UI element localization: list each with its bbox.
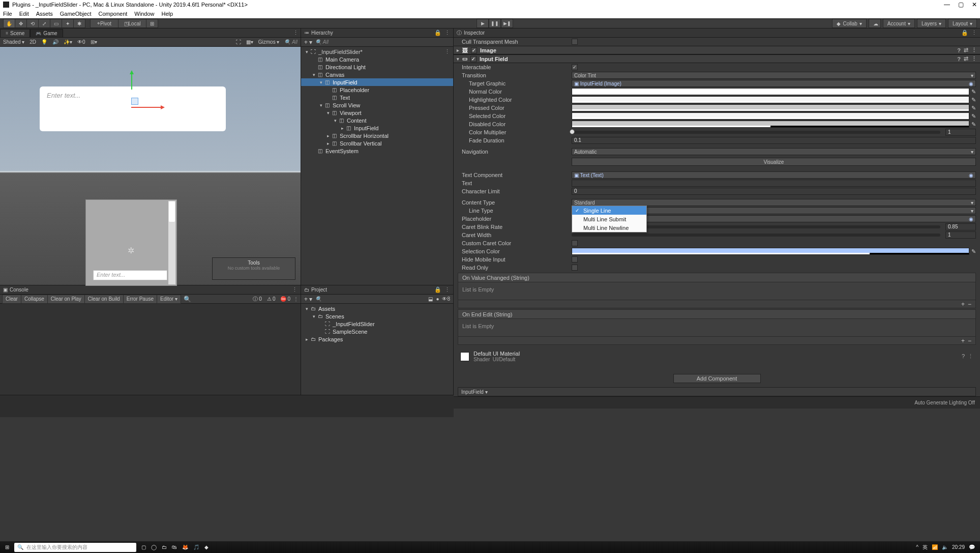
project-item[interactable]: ▸🗀Packages xyxy=(301,335,453,343)
close-button[interactable]: ✕ xyxy=(972,1,977,8)
menu-icon[interactable]: ⋮ xyxy=(971,47,977,53)
scale-tool-button[interactable]: ⤢ xyxy=(38,19,50,28)
volume-icon[interactable]: 🔈 xyxy=(942,544,948,550)
evt-remove-button[interactable]: − xyxy=(968,337,971,344)
filter-type-icon[interactable]: ● xyxy=(436,296,439,302)
hierarchy-item[interactable]: ▾◫Content xyxy=(301,117,453,124)
hierarchy-item[interactable]: ▾⛶_InputFieldSlider*⋮ xyxy=(301,48,453,55)
menu-file[interactable]: File xyxy=(3,11,12,17)
menu-edit[interactable]: Edit xyxy=(19,11,29,17)
music-icon[interactable]: 🎵 xyxy=(193,544,199,550)
audio-toggle[interactable]: 🔊 xyxy=(52,39,58,45)
tab-context-icon[interactable]: ⋮ xyxy=(293,30,299,36)
caret-width-slider[interactable] xyxy=(572,234,940,237)
hierarchy-item[interactable]: ▾◫Scroll View xyxy=(301,101,453,109)
create-dropdown[interactable]: + ▾ xyxy=(304,39,312,46)
os-search[interactable]: 🔍 在这里输入你要搜索的内容 xyxy=(14,543,136,552)
lock-icon[interactable]: 🔒 xyxy=(961,30,968,36)
hidden-count[interactable]: 👁8 xyxy=(442,296,450,302)
rect-tool-button[interactable]: ▭ xyxy=(50,19,62,28)
project-item[interactable]: ⛶_InputFieldSlider xyxy=(301,320,453,328)
warn-count[interactable]: ⚠0 xyxy=(265,296,278,302)
line-type-option-single[interactable]: Single Line xyxy=(572,206,646,215)
hierarchy-item[interactable]: ▾◫InputField xyxy=(301,78,453,86)
visualize-button[interactable]: Visualize xyxy=(572,158,976,166)
console-collapse[interactable]: Collapse xyxy=(21,295,48,304)
layout-dropdown[interactable]: Layout ▾ xyxy=(948,19,977,28)
layers-dropdown[interactable]: Layers ▾ xyxy=(917,19,946,28)
tray-chevron-icon[interactable]: ^ xyxy=(916,544,918,550)
hierarchy-item[interactable]: ▸◫Scrollbar Vertical xyxy=(301,139,453,147)
menu-component[interactable]: Component xyxy=(98,11,127,17)
hierarchy-item[interactable]: ▸◫Scrollbar Horizontal xyxy=(301,132,453,139)
disabled-color-swatch[interactable] xyxy=(572,121,969,128)
create-dropdown[interactable]: + ▾ xyxy=(304,296,312,303)
transition-dropdown[interactable]: Color Tint▾ xyxy=(572,72,976,79)
taskview-icon[interactable]: ▢ xyxy=(141,544,146,550)
console-editor[interactable]: Editor ▾ xyxy=(157,295,181,304)
caret-blink-value[interactable]: 0.85 xyxy=(945,223,976,230)
panel-menu-icon[interactable]: ⋮ xyxy=(292,286,298,293)
console-clearplay[interactable]: Clear on Play xyxy=(47,295,85,304)
console-search[interactable]: 🔍 xyxy=(181,295,194,304)
inputfield-component-header[interactable]: ▾▭✓Input Field ?⇄⋮ xyxy=(454,54,980,63)
help-icon[interactable]: ? xyxy=(962,353,965,360)
project-item[interactable]: ⛶SampleScene xyxy=(301,328,453,335)
hierarchy-item[interactable]: ▸◫InputField xyxy=(301,124,453,132)
ime-icon[interactable]: 英 xyxy=(923,544,928,551)
preset-icon[interactable]: ⇄ xyxy=(964,47,968,53)
eyedropper-icon[interactable]: ✎ xyxy=(971,248,976,255)
notifications-icon[interactable]: 💬 xyxy=(969,544,975,550)
normal-color-swatch[interactable] xyxy=(572,88,969,95)
caret-width-value[interactable]: 1 xyxy=(945,231,976,239)
target-graphic-field[interactable]: ▣ InputField (Image)◉ xyxy=(572,80,976,87)
project-search[interactable]: 🔍 xyxy=(315,296,425,302)
evt-remove-button[interactable]: − xyxy=(968,301,971,308)
search-all[interactable]: 🔍 All xyxy=(284,39,298,45)
menu-help[interactable]: Help xyxy=(161,11,173,17)
shading-dropdown[interactable]: Shaded ▾ xyxy=(3,39,24,45)
explorer-icon[interactable]: 🗀 xyxy=(162,544,167,550)
network-icon[interactable]: 📶 xyxy=(932,544,938,550)
gizmos-dropdown[interactable]: Gizmos ▾ xyxy=(258,39,280,45)
panel-menu-icon[interactable]: ⋮ xyxy=(971,30,977,36)
project-item[interactable]: ▾🗀Assets xyxy=(301,305,453,312)
pause-button[interactable]: ❚❚ xyxy=(489,19,501,28)
pivot-toggle[interactable]: ⌖ Pivot xyxy=(90,19,118,28)
filter-icon[interactable]: ⬓ xyxy=(428,296,433,302)
maximize-button[interactable]: ▢ xyxy=(958,1,964,8)
play-button[interactable]: ▶ xyxy=(477,19,489,28)
firefox-icon[interactable]: 🦊 xyxy=(182,544,188,550)
color-mult-value[interactable]: 1 xyxy=(945,129,976,136)
hand-tool-button[interactable]: ✋ xyxy=(3,19,15,28)
menu-icon[interactable]: ⋮ xyxy=(971,55,977,62)
cull-mesh-checkbox[interactable] xyxy=(572,39,578,45)
console-clear[interactable]: Clear xyxy=(2,295,21,304)
hierarchy-search[interactable]: 🔍 All xyxy=(315,39,450,45)
selection-color-swatch[interactable] xyxy=(572,248,969,255)
eyedropper-icon[interactable]: ✎ xyxy=(971,89,976,95)
transform-tool-button[interactable]: ✦ xyxy=(62,19,74,28)
eyedropper-icon[interactable]: ✎ xyxy=(971,97,976,103)
rotate-tool-button[interactable]: ⟲ xyxy=(26,19,39,28)
text-comp-field[interactable]: ▣ Text (Text)◉ xyxy=(572,171,976,179)
navigation-dropdown[interactable]: Automatic▾ xyxy=(572,148,976,155)
menu-window[interactable]: Window xyxy=(134,11,154,17)
evt-add-button[interactable]: + xyxy=(961,337,965,344)
err-count[interactable]: ⛔0 xyxy=(278,296,292,302)
char-limit-field[interactable]: 0 xyxy=(572,188,976,195)
text-field[interactable] xyxy=(572,180,976,187)
evt-add-button[interactable]: + xyxy=(961,301,965,308)
custom-tool-button[interactable]: ✱ xyxy=(73,19,85,28)
local-toggle[interactable]: ◳ Local xyxy=(118,19,146,28)
console-clearbuild[interactable]: Clear on Build xyxy=(84,295,124,304)
selected-color-swatch[interactable] xyxy=(572,112,969,120)
visibility-toggle[interactable]: 👁0 xyxy=(77,39,85,45)
line-type-option-multinewline[interactable]: Multi Line Newline xyxy=(572,223,646,232)
unity-task-icon[interactable]: ◆ xyxy=(204,544,209,550)
eyedropper-icon[interactable]: ✎ xyxy=(971,121,976,128)
menu-icon[interactable]: ⋮ xyxy=(968,353,973,360)
panel-menu-icon[interactable]: ⋮ xyxy=(293,296,299,302)
material-row[interactable]: Default UI Material Shader UI/Default ?⋮ xyxy=(458,348,976,365)
hierarchy-item[interactable]: ◫Placeholder xyxy=(301,86,453,94)
